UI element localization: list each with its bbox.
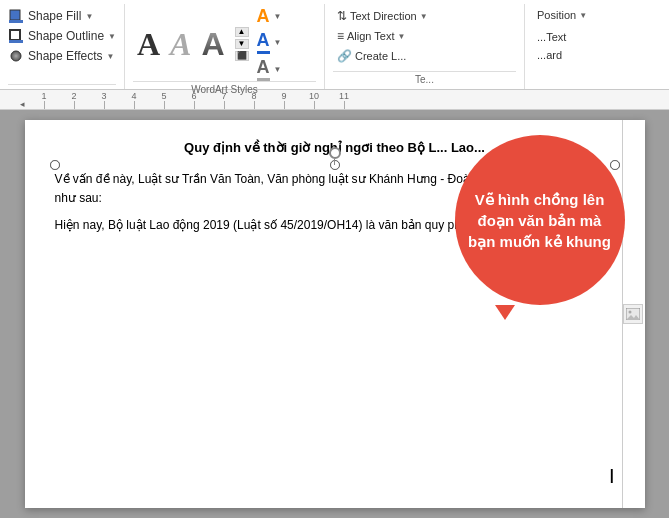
ribbon: Shape Fill ▼ Shape Outline ▼ — [0, 0, 669, 90]
text-direction-label: Text Direction — [350, 10, 417, 22]
shape-effects-arrow: ▼ — [107, 52, 115, 61]
text-direction-button[interactable]: ⇅ Text Direction ▼ — [333, 7, 432, 25]
shape-outline-arrow: ▼ — [108, 32, 116, 41]
wordart-section-label: WordArt Styles — [133, 81, 316, 97]
handle-bot-right[interactable] — [610, 160, 620, 170]
shape-outline-label: Shape Outline — [28, 29, 104, 43]
shape-effects-label: Shape Effects — [28, 49, 103, 63]
shape-section-label — [8, 84, 116, 89]
wordart-letter-2[interactable]: A — [166, 26, 195, 62]
wordart-scroll-up[interactable]: ▲ — [235, 27, 249, 37]
svg-rect-3 — [9, 40, 23, 43]
wordart-scroll: ▲ ▼ ⬛ — [235, 27, 249, 61]
forward-back-button[interactable]: ...ard — [533, 47, 566, 63]
wordart-small-a2[interactable]: A — [257, 30, 270, 54]
text-direction-icon: ⇅ — [337, 9, 347, 23]
shape-outline-button[interactable]: Shape Outline ▼ — [8, 26, 116, 46]
shape-fill-arrow: ▼ — [85, 12, 93, 21]
position-button[interactable]: Position ▼ — [533, 7, 591, 23]
wordart-letter-1[interactable]: A — [133, 26, 164, 62]
forward-back-label: ...ard — [537, 49, 562, 61]
ruler: ◂ 1 2 3 4 5 6 7 8 9 10 11 — [0, 90, 669, 110]
wordart-scroll-down[interactable]: ⬛ — [235, 51, 249, 61]
image-icon[interactable] — [623, 304, 643, 324]
create-link-label: Create L... — [355, 50, 406, 62]
shape-section: Shape Fill ▼ Shape Outline ▼ — [0, 4, 125, 89]
shape-effects-icon — [8, 48, 24, 64]
create-link-button[interactable]: 🔗 Create L... — [333, 47, 410, 65]
wordart-small-a3-arrow: ▼ — [274, 65, 282, 74]
create-link-icon: 🔗 — [337, 49, 352, 63]
shape-outline-icon — [8, 28, 24, 44]
svg-rect-2 — [10, 30, 20, 40]
shape-fill-icon — [8, 8, 24, 24]
svg-point-4 — [11, 51, 21, 61]
wordart-scroll-mid[interactable]: ▼ — [235, 39, 249, 49]
wrap-text-button[interactable]: ...Text — [533, 29, 570, 45]
rotate-stem — [334, 159, 335, 165]
position-label: Position — [537, 9, 576, 21]
arrange-section: Position ▼ ...Text ...ard — [525, 4, 655, 89]
align-text-icon: ≡ — [337, 29, 344, 43]
svg-rect-0 — [10, 10, 20, 20]
text-section: ⇅ Text Direction ▼ ≡ Align Text ▼ 🔗 Crea… — [325, 4, 525, 89]
rotate-area — [329, 147, 341, 165]
wordart-small-a1-arrow: ▼ — [274, 12, 282, 21]
ruler-mark: 2 — [59, 91, 89, 109]
align-text-label: Align Text — [347, 30, 395, 42]
wordart-section: A A A ▲ ▼ ⬛ A ▼ A ▼ — [125, 4, 325, 89]
ruler-mark: 1 — [29, 91, 59, 109]
shape-fill-label: Shape Fill — [28, 9, 81, 23]
wordart-small-a3[interactable]: A — [257, 57, 270, 81]
wordart-letter-3[interactable]: A — [197, 26, 228, 62]
document-area: Quy định về thời giờ nghỉ ngơi theo Bộ L… — [0, 110, 669, 518]
svg-rect-1 — [9, 20, 23, 23]
ruler-mark: 11 — [329, 91, 359, 109]
text-section-label: Te... — [333, 71, 516, 87]
text-cursor: I — [609, 465, 615, 488]
shape-fill-button[interactable]: Shape Fill ▼ — [8, 6, 116, 26]
handle-bot-left[interactable] — [50, 160, 60, 170]
wrap-text-label: ...Text — [537, 31, 566, 43]
ruler-mark: 3 — [89, 91, 119, 109]
wordart-small-a2-arrow: ▼ — [274, 38, 282, 47]
wordart-small-a1[interactable]: A — [257, 6, 270, 27]
align-text-button[interactable]: ≡ Align Text ▼ — [333, 27, 409, 45]
document-page: Quy định về thời giờ nghỉ ngơi theo Bộ L… — [25, 120, 645, 508]
shape-effects-button[interactable]: Shape Effects ▼ — [8, 46, 116, 66]
svg-point-7 — [628, 311, 631, 314]
rotate-handle[interactable] — [329, 147, 341, 159]
tooltip-bubble: Vẽ hình chồng lên đoạn văn bản mà bạn mu… — [455, 135, 625, 305]
